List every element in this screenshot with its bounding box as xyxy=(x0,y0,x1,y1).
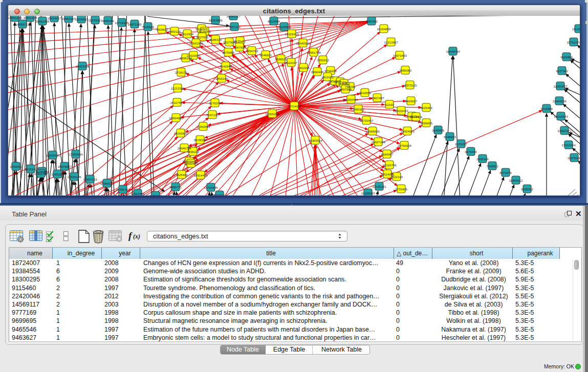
svg-text:20206535: 20206535 xyxy=(46,154,60,157)
svg-text:18896517: 18896517 xyxy=(226,16,241,18)
svg-text:9115460: 9115460 xyxy=(420,106,432,110)
svg-text:8322037: 8322037 xyxy=(285,61,297,64)
svg-text:15720407: 15720407 xyxy=(359,119,374,122)
svg-text:17359934: 17359934 xyxy=(69,152,83,156)
svg-text:7663822: 7663822 xyxy=(156,28,168,31)
svg-text:11606582: 11606582 xyxy=(75,17,89,21)
svg-text:1588520: 1588520 xyxy=(275,57,287,61)
svg-text:16961758: 16961758 xyxy=(307,51,321,54)
svg-text:7632621: 7632621 xyxy=(486,164,498,168)
svg-text:9684067: 9684067 xyxy=(381,152,393,156)
svg-text:9465771: 9465771 xyxy=(169,185,182,189)
svg-text:18414257: 18414257 xyxy=(47,16,61,20)
svg-text:14055713: 14055713 xyxy=(15,23,30,26)
svg-text:7485063: 7485063 xyxy=(399,69,411,72)
svg-text:12942757: 12942757 xyxy=(34,172,48,176)
svg-text:14130141: 14130141 xyxy=(372,185,386,188)
svg-text:22420046: 22420046 xyxy=(186,54,201,57)
svg-text:9329966: 9329966 xyxy=(560,55,573,59)
svg-text:18724007: 18724007 xyxy=(287,104,301,108)
svg-text:11124059: 11124059 xyxy=(572,27,580,31)
svg-text:16188083: 16188083 xyxy=(361,191,375,195)
svg-text:8267130: 8267130 xyxy=(206,113,219,117)
svg-text:2718176: 2718176 xyxy=(175,71,187,74)
svg-text:18640910: 18640910 xyxy=(296,41,310,45)
svg-text:1170076: 1170076 xyxy=(209,101,221,105)
svg-text:6794028: 6794028 xyxy=(324,69,337,73)
svg-text:14099489: 14099489 xyxy=(184,162,198,165)
svg-text:9327505: 9327505 xyxy=(196,35,208,39)
svg-text:11675340: 11675340 xyxy=(568,156,580,160)
svg-text:8578332: 8578332 xyxy=(194,138,206,142)
svg-text:13692971: 13692971 xyxy=(557,129,572,133)
svg-text:9227342: 9227342 xyxy=(556,69,568,73)
svg-text:3875685: 3875685 xyxy=(222,51,234,54)
svg-text:16120746: 16120746 xyxy=(382,163,397,167)
svg-text:10973493: 10973493 xyxy=(393,54,407,57)
svg-text:8290901: 8290901 xyxy=(213,193,226,196)
svg-text:17957223: 17957223 xyxy=(83,178,97,181)
svg-text:2522140: 2522140 xyxy=(390,175,403,179)
svg-text:12213967: 12213967 xyxy=(384,40,398,44)
svg-text:2687682: 2687682 xyxy=(365,19,378,23)
svg-text:8471676: 8471676 xyxy=(499,171,512,174)
svg-text:8186323: 8186323 xyxy=(209,38,222,41)
svg-text:16033809: 16033809 xyxy=(208,18,223,22)
svg-text:11353594: 11353594 xyxy=(197,125,210,128)
svg-text:5226058: 5226058 xyxy=(199,30,211,33)
svg-text:16107553: 16107553 xyxy=(170,101,184,104)
svg-text:19384554: 19384554 xyxy=(308,139,322,142)
svg-text:19166825: 19166825 xyxy=(173,132,188,135)
svg-text:9463627: 9463627 xyxy=(405,99,417,103)
svg-text:10688609: 10688609 xyxy=(365,129,380,133)
svg-text:6379197: 6379197 xyxy=(455,142,467,146)
svg-text:18607249: 18607249 xyxy=(371,140,385,144)
svg-text:8444404: 8444404 xyxy=(410,115,422,119)
svg-text:10958117: 10958117 xyxy=(100,182,114,185)
svg-text:8912954: 8912954 xyxy=(181,32,193,36)
svg-text:f: f xyxy=(128,230,133,241)
svg-text:16671385: 16671385 xyxy=(127,23,142,26)
svg-text:1145190: 1145190 xyxy=(51,172,63,176)
svg-text:12923466: 12923466 xyxy=(130,192,145,195)
svg-text:12975115: 12975115 xyxy=(403,83,417,87)
svg-text:12505135: 12505135 xyxy=(67,175,81,179)
svg-text:19654923: 19654923 xyxy=(400,129,415,133)
svg-text:9242848: 9242848 xyxy=(220,64,232,68)
svg-text:1640959: 1640959 xyxy=(432,128,444,132)
svg-text:10654112: 10654112 xyxy=(509,179,523,182)
svg-text:16648784: 16648784 xyxy=(446,50,460,53)
svg-text:20364436: 20364436 xyxy=(344,98,358,101)
svg-text:9146821: 9146821 xyxy=(259,53,272,57)
svg-text:8990448: 8990448 xyxy=(311,70,323,74)
svg-text:10853267: 10853267 xyxy=(61,17,76,20)
svg-text:7986322: 7986322 xyxy=(352,107,364,111)
svg-text:10807487: 10807487 xyxy=(370,96,384,100)
svg-text:9474444: 9474444 xyxy=(465,150,477,154)
svg-text:3215958: 3215958 xyxy=(540,107,553,111)
svg-text:9131542: 9131542 xyxy=(149,194,162,196)
svg-text:10025433: 10025433 xyxy=(394,109,408,113)
svg-text:6497568: 6497568 xyxy=(339,87,352,91)
svg-text:19654925: 19654925 xyxy=(169,116,183,120)
svg-text:8135467: 8135467 xyxy=(234,39,246,43)
svg-text:16543382: 16543382 xyxy=(189,41,203,45)
svg-text:12093877: 12093877 xyxy=(553,84,568,88)
svg-text:1733426: 1733426 xyxy=(395,187,407,191)
svg-text:7857224: 7857224 xyxy=(228,25,241,29)
svg-text:15751074: 15751074 xyxy=(567,40,580,44)
svg-text:12213369: 12213369 xyxy=(170,86,185,90)
svg-text:16914479: 16914479 xyxy=(193,173,208,177)
svg-text:3624554: 3624554 xyxy=(359,91,371,95)
svg-text:19046758: 19046758 xyxy=(177,146,191,150)
svg-text:15716485: 15716485 xyxy=(204,186,218,189)
svg-text:2967608: 2967608 xyxy=(233,46,246,49)
svg-text:1362615: 1362615 xyxy=(297,66,310,70)
svg-text:13325419: 13325419 xyxy=(285,32,299,36)
svg-text:15276021: 15276021 xyxy=(88,18,102,22)
svg-text:10210643: 10210643 xyxy=(554,115,568,118)
svg-text:7955812: 7955812 xyxy=(317,58,329,62)
svg-text:18300295: 18300295 xyxy=(265,112,279,116)
svg-text:19218506: 19218506 xyxy=(277,25,291,29)
svg-text:20053346: 20053346 xyxy=(75,64,90,68)
